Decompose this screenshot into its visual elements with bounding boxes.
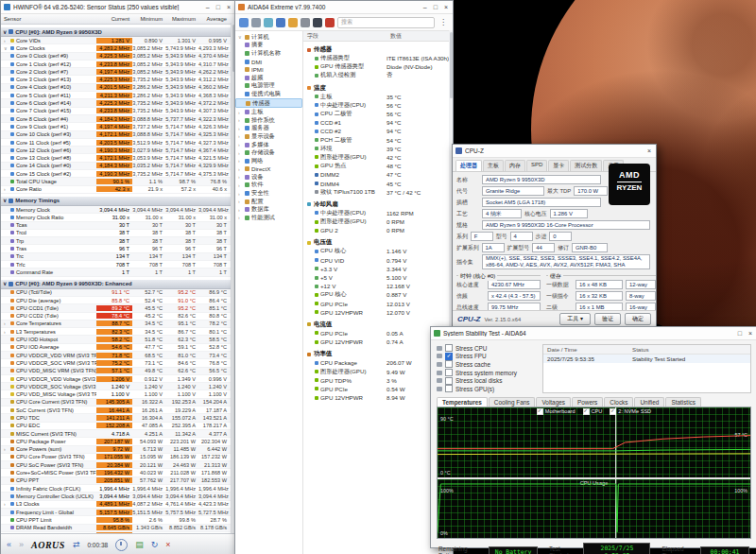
sensor-value-row[interactable]: GPU 热点 48 °C <box>303 162 453 170</box>
cpuz-titlebar[interactable]: CPU-Z × <box>453 145 656 158</box>
stress-option[interactable]: Stress cache <box>437 360 537 369</box>
sensor-row[interactable]: Trcd 38 T 38 T 38 T 38 T <box>1 230 235 237</box>
sensor-value-row[interactable]: 中央处理器(CPU) 1162 RPM <box>303 209 453 217</box>
prev-page-icon[interactable]: « <box>7 541 11 549</box>
sensor-row[interactable]: CPU Die (average) 85.8 °C 52.4 °C 91.0 °… <box>1 297 235 304</box>
sensor-row[interactable]: Trp 38 T 38 T 38 T 38 T <box>1 237 235 245</box>
sensor-row[interactable]: Core 2 Clock (perf #7) 4,197.4 MHz 3,085… <box>1 68 235 76</box>
sensor-group-header[interactable]: 电压值 <box>303 238 453 247</box>
sensor-row[interactable]: CPU Core Power (SVI3 TFN) 171.055 W 15.0… <box>1 454 235 461</box>
minimize-icon[interactable]: – <box>423 2 427 12</box>
tree-expand-icon[interactable]: › <box>238 110 243 115</box>
sensor-row[interactable]: Memory Clock Ratio 31.00 x 31.00 x 31.00… <box>1 214 235 221</box>
sensor-row[interactable]: Trc 134 T 134 T 134 T 134 T <box>1 253 235 261</box>
tree-item[interactable]: › 显示设备 <box>235 132 302 141</box>
sensor-section-header[interactable]: ∨ CPU [#0]: AMD Ryzen 9 9950X3D <box>1 26 235 37</box>
sensor-value-row[interactable]: GPU 核心 0.887 V <box>303 290 453 299</box>
sensor-row[interactable]: Frequency Limit - Global 5,157.5 MHz 5,1… <box>1 509 235 516</box>
hwinfo-column-headers[interactable]: Sensor Current Minimum Maximum Average <box>1 14 235 25</box>
sensor-value-row[interactable]: CCD #2 94 °C <box>303 127 453 135</box>
sensor-value-row[interactable]: 致钛 TiPlus7100 1TB 37 °C / 42 °C <box>303 188 453 197</box>
maximize-icon[interactable]: □ <box>434 2 438 12</box>
cpuz-tab[interactable]: 处理器 <box>455 160 482 171</box>
sensor-value-row[interactable]: 图形处理器(GPU) 0 RPM <box>303 217 453 226</box>
sensor-value-row[interactable]: PCH 二极管 54 °C <box>303 136 453 145</box>
sensor-row[interactable]: SoC Current (SVI3 TFN) 16.441 A 16.261 A… <box>1 407 235 414</box>
tree-expand-icon[interactable]: ∨ <box>238 34 243 40</box>
sensor-row[interactable]: Memory Clock 3,094.4 MHz 3,094.4 MHz 3,0… <box>1 206 235 214</box>
col-average[interactable]: Average <box>198 16 230 22</box>
col-field[interactable]: 字段 <box>303 32 387 41</box>
stress-option[interactable]: Stress FPU <box>437 353 537 361</box>
sensor-row[interactable]: CPU VDDCR_SOC Voltage (SVI3 T... 1.240 V… <box>1 383 235 390</box>
tree-expand-icon[interactable]: › <box>238 215 243 220</box>
cpuz-tab[interactable]: 测试分数 <box>570 160 602 171</box>
tree-expand-icon[interactable]: › <box>238 191 243 197</box>
tree-item[interactable]: › 多媒体 <box>235 141 302 149</box>
tree-expand-icon[interactable]: › <box>238 150 243 156</box>
clock-icon[interactable] <box>115 539 128 551</box>
sensor-value-row[interactable]: 图形处理器(GPU) 42 °C <box>303 153 453 162</box>
tree-item[interactable]: › 设备 <box>235 173 302 182</box>
sensor-row[interactable]: › L3 Temperatures 82.3 °C 34.5 °C 86.7 °… <box>1 328 235 336</box>
sensor-row[interactable]: CPU Core Current (SVI3 TFN) 145.305 A 16… <box>1 399 235 407</box>
tree-expand-icon[interactable]: › <box>238 207 243 213</box>
expand-icon[interactable]: › <box>4 446 9 452</box>
tree-expand-icon[interactable]: › <box>238 182 243 188</box>
tree-item[interactable]: › 服务器 <box>235 125 302 133</box>
tree-item[interactable]: 超频 <box>235 74 302 82</box>
expand-icon[interactable]: › <box>4 501 9 507</box>
cpuz-tab[interactable]: SPD <box>526 160 547 171</box>
graph-tab[interactable]: Voltages <box>536 397 571 407</box>
sensor-value-row[interactable]: GPU 12VHPWR 12.070 V <box>303 308 453 317</box>
sensor-row[interactable]: Core 9 Clock (perf #1) 4,197.4 MHz 3,737… <box>1 123 235 130</box>
sensor-value-row[interactable]: DIMM2 47 °C <box>303 170 453 179</box>
tree-expand-icon[interactable]: › <box>238 142 243 147</box>
close-icon[interactable]: × <box>227 2 231 12</box>
graph-tab[interactable]: Statistics <box>665 397 701 407</box>
sensor-row[interactable]: Core 15 Clock (perf #2) 4,190.3 MHz 3,73… <box>1 170 235 178</box>
cpuz-tab[interactable]: 内存 <box>505 160 525 171</box>
sensor-value-row[interactable]: +12 V 12.168 V <box>303 282 453 290</box>
sensor-row[interactable]: › Core Powers (sum) 9.72 W 6.713 W 11.48… <box>1 446 235 454</box>
maximize-icon[interactable]: □ <box>216 2 220 12</box>
sensor-row[interactable]: Core 0 Clock (perf #9) 4,225.3 MHz 3,085… <box>1 53 235 61</box>
tree-item[interactable]: 计算机名称 <box>235 49 302 58</box>
sensor-row[interactable]: Core 3 Clock (perf #13) 4,225.3 MHz 3,73… <box>1 76 235 83</box>
stability-titlebar[interactable]: System Stability Test - AIDA64 □ × <box>431 327 756 340</box>
stress-option[interactable]: Stress local disks <box>437 376 537 385</box>
sensor-row[interactable]: MISC Current (SVI3 TFN) 4.718 A 4.251 A … <box>1 430 235 438</box>
sensor-row[interactable]: Infinity Fabric Clock (FCLK) 1,996.4 MHz… <box>1 485 235 493</box>
sensor-value-row[interactable]: GPU 2 0 RPM <box>303 226 453 234</box>
tree-item[interactable]: › 存储设备 <box>235 148 302 157</box>
sensor-section-header[interactable]: ∨ Memory Timings <box>1 196 235 206</box>
tree-expand-icon[interactable]: › <box>238 166 243 172</box>
sensor-value-row[interactable]: +5 V 5.100 V <box>303 273 453 282</box>
close-sensors-icon[interactable]: × <box>165 541 170 549</box>
sensor-sync-icon[interactable]: ⇄ <box>73 541 80 549</box>
sensor-row[interactable]: CPU VDDCR_VDD VRM (SVI3 TFN) 71.8 °C 68.… <box>1 352 235 359</box>
tree-expand-icon[interactable]: › <box>238 133 243 139</box>
sensor-row[interactable]: Trfc 708 T 708 T 708 T 708 T <box>1 261 235 268</box>
stress-option[interactable]: Stress GPU(s) <box>437 385 537 393</box>
sensor-row[interactable]: CPU CCD2 (Tdie) 78.4 °C 45.2 °C 82.6 °C … <box>1 313 235 320</box>
col-current[interactable]: Current <box>96 16 132 22</box>
sensor-value-row[interactable]: CPU VID 0.794 V <box>303 256 453 265</box>
sensor-value-row[interactable]: 传感器类型 ITE IT8613E (ISA A30h) <box>303 54 453 62</box>
devices-icon[interactable] <box>264 18 273 27</box>
stress-option[interactable]: Stress CPU <box>437 344 537 353</box>
tree-item[interactable]: › 操作系统 <box>235 116 302 125</box>
tree-item[interactable]: › 主板 <box>235 108 302 116</box>
maximize-icon[interactable]: □ <box>738 328 742 338</box>
expand-icon[interactable]: ∨ <box>4 45 9 51</box>
stress-checkbox[interactable] <box>445 369 453 376</box>
sensor-row[interactable]: Core 1 Clock (perf #12) 4,233.8 MHz 3,08… <box>1 61 235 68</box>
sensor-row[interactable]: CPU IOD Hotspot 58.2 °C 51.8 °C 62.3 °C … <box>1 336 235 343</box>
sensor-row[interactable]: CPU VDDCR_SOC VRM (SVI3 TFN) 75.2 °C 73.… <box>1 359 235 367</box>
sensor-row[interactable]: CPU SoC Power (SVI3 TFN) 20.384 W 20.121… <box>1 461 235 469</box>
search-input[interactable]: 搜索 <box>337 17 435 28</box>
tree-item[interactable]: IPMI <box>235 65 302 74</box>
sensor-row[interactable]: CPU (Tctl/Tdie) 91.1 °C 52.7 °C 95.2 °C … <box>1 289 235 297</box>
sensor-row[interactable]: ∨ Core Clocks 4,283.2 MHz 3,085.2 MHz 5,… <box>1 44 235 52</box>
sensor-row[interactable]: Tcas 30 T 30 T 30 T 30 T <box>1 222 235 230</box>
